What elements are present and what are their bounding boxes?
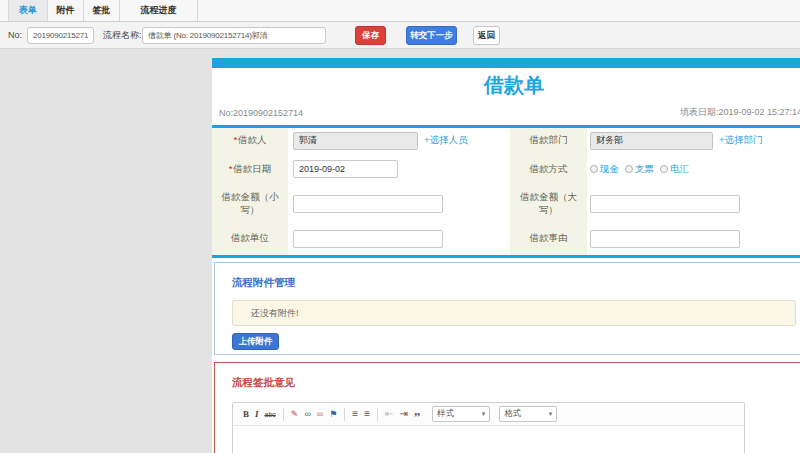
unlink-icon[interactable]: ∞ (317, 410, 323, 419)
bullet-list-icon[interactable]: ≡ (364, 409, 370, 419)
attachment-section-title: 流程附件管理 (232, 276, 796, 290)
remove-format-icon[interactable]: ✎ (291, 410, 299, 419)
no-label: No: (8, 22, 22, 48)
numbered-list-icon[interactable]: ≡ (352, 409, 358, 419)
form-number: No:20190902152714 (219, 108, 303, 118)
format-dropdown[interactable]: 格式 ▾ (499, 406, 557, 422)
amount-lower-label: 借款金额（小写） (212, 185, 288, 222)
bold-icon[interactable]: B (243, 410, 249, 419)
radio-wire-transfer[interactable]: 电汇 (660, 163, 689, 176)
process-name-label: 流程名称: (103, 22, 142, 48)
forward-next-step-button[interactable]: 转交下一步 (406, 26, 457, 45)
tab-approval[interactable]: 签批 (84, 0, 120, 21)
styles-dropdown[interactable]: 样式 ▾ (432, 406, 490, 422)
divider-bottom (212, 255, 800, 258)
borrow-date-input[interactable] (293, 160, 398, 178)
back-button[interactable]: 返回 (473, 26, 500, 45)
chevron-down-icon: ▾ (482, 410, 486, 418)
tab-form[interactable]: 表单 (8, 0, 48, 21)
top-accent-bar (212, 58, 800, 68)
form-row-borrower: *借款人 +选择人员 借款部门 +选择部门 (212, 128, 800, 153)
anchor-flag-icon[interactable]: ⚑ (329, 410, 337, 419)
required-mark: * (229, 163, 233, 174)
form-meta-row: No:20190902152714 填表日期:2019-09-02 15:27:… (212, 100, 800, 125)
editor-toolbar: B I abc ✎ ∞ ∞ ⚑ ≡ ≡ ⇤ ⇥ ” 样式 ▾ (233, 403, 744, 426)
editor-content-area[interactable] (233, 426, 744, 453)
toolbar-separator (344, 408, 345, 421)
page-title: 借款单 (212, 68, 800, 100)
strikethrough-icon[interactable]: abc (265, 411, 276, 418)
amount-lower-input[interactable] (293, 195, 443, 213)
tab-process-progress[interactable]: 流程进度 (120, 0, 198, 21)
link-icon[interactable]: ∞ (304, 410, 310, 419)
department-label: 借款部门 (510, 128, 587, 153)
borrow-method-label: 借款方式 (510, 153, 587, 185)
amount-upper-input[interactable] (590, 195, 740, 213)
italic-icon[interactable]: I (255, 410, 259, 419)
top-tab-bar: 表单 附件 签批 流程进度 (0, 0, 800, 22)
no-attachment-alert: 还没有附件! (232, 300, 796, 326)
form-row-date-method: *借款日期 借款方式 现金 支票 电 (212, 153, 800, 185)
attachment-section: 流程附件管理 还没有附件! 上传附件 (214, 262, 800, 355)
radio-cash[interactable]: 现金 (590, 163, 619, 176)
radio-circle-icon (660, 165, 668, 173)
loan-form-table: *借款人 +选择人员 借款部门 +选择部门 *借款日期 借款方式 (212, 128, 800, 255)
required-mark: * (233, 134, 237, 145)
tab-attachments[interactable]: 附件 (48, 0, 84, 21)
unit-label: 借款单位 (212, 222, 288, 255)
borrower-input[interactable] (293, 132, 418, 150)
amount-upper-label: 借款金额（大写） (510, 185, 587, 222)
blockquote-icon[interactable]: ” (414, 410, 421, 423)
process-name-input[interactable] (142, 27, 326, 44)
toolbar-separator (283, 408, 284, 421)
action-toolbar: No: 流程名称: 保存 转交下一步 返回 (0, 22, 800, 49)
chevron-down-icon: ▾ (549, 410, 553, 418)
rich-text-editor: B I abc ✎ ∞ ∞ ⚑ ≡ ≡ ⇤ ⇥ ” 样式 ▾ (232, 402, 745, 453)
radio-circle-icon (590, 165, 598, 173)
select-department-link[interactable]: +选择部门 (719, 134, 763, 147)
radio-circle-icon (625, 165, 633, 173)
approval-section-title: 流程签批意见 (232, 376, 796, 390)
no-input[interactable] (27, 27, 94, 44)
toolbar-separator (377, 408, 378, 421)
loan-form-paper: 借款单 No:20190902152714 填表日期:2019-09-02 15… (212, 58, 800, 453)
borrow-method-radio-group: 现金 支票 电汇 (590, 163, 689, 176)
upload-attachment-button[interactable]: 上传附件 (232, 333, 279, 350)
fill-date: 填表日期:2019-09-02 15:27:14 (680, 106, 800, 119)
form-row-amount: 借款金额（小写） 借款金额（大写） (212, 185, 800, 222)
save-button[interactable]: 保存 (355, 26, 386, 45)
borrower-label: *借款人 (212, 128, 288, 153)
form-row-unit-reason: 借款单位 借款事由 (212, 222, 800, 255)
select-person-link[interactable]: +选择人员 (424, 134, 468, 147)
reason-label: 借款事由 (510, 222, 587, 255)
indent-icon[interactable]: ⇥ (399, 409, 407, 419)
borrow-date-label: *借款日期 (212, 153, 288, 185)
outdent-icon[interactable]: ⇤ (385, 409, 393, 419)
unit-input[interactable] (293, 230, 443, 248)
radio-check[interactable]: 支票 (625, 163, 654, 176)
reason-input[interactable] (590, 230, 740, 248)
approval-section: 流程签批意见 B I abc ✎ ∞ ∞ ⚑ ≡ ≡ ⇤ ⇥ ” 样式 (214, 362, 800, 453)
department-input[interactable] (590, 132, 713, 150)
